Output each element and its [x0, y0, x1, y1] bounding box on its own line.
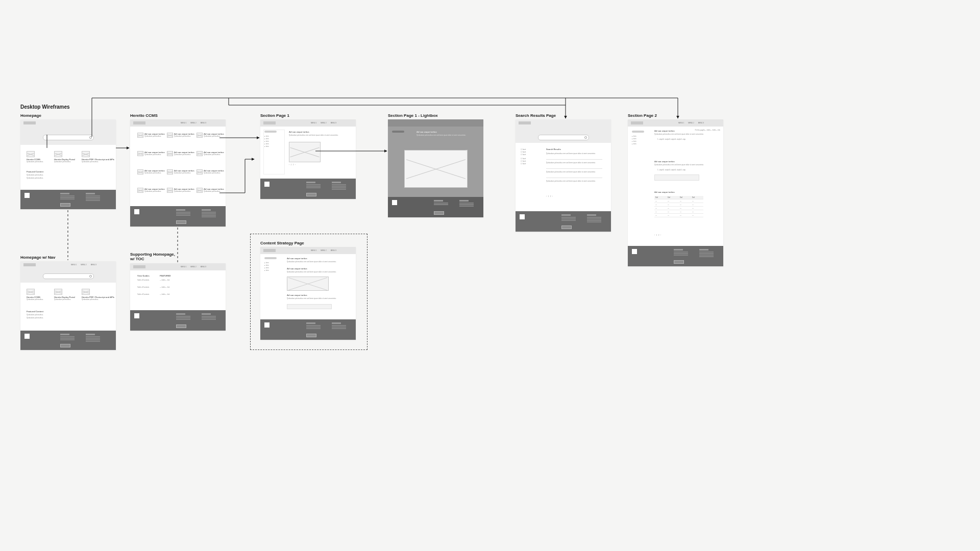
search-input[interactable] — [538, 135, 589, 140]
card-desc: Quibusdam pulvinaribus. — [27, 161, 43, 163]
close-icon[interactable]: ✕ — [465, 149, 468, 152]
card-icon — [27, 151, 35, 157]
search-input[interactable] — [43, 135, 94, 140]
featured-heading: Featured Content — [27, 170, 43, 173]
frame-content-strategy[interactable]: MENU 1MENU 2MENU 3 ▸ item▸ item▸ item▸ i… — [260, 247, 356, 340]
right-toc[interactable]: On this page\n— link\n— link\n— link — [695, 130, 720, 132]
card-desc: Quibusdam pulvinaribus. — [54, 161, 71, 163]
frame-homepage-nav[interactable]: MENU 1MENU 2MENU 3 Heretto CCMSQuibusdam… — [20, 261, 116, 350]
card-icon — [82, 151, 90, 157]
frame-support-toc[interactable]: MENU 1MENU 2MENU 3 View Guides FEATURED … — [130, 263, 226, 331]
data-table: ColColColCol ———— ———— ———— ———— ———— — [654, 196, 703, 217]
frame-homepage[interactable]: Heretto CCMS Quibusdam pulvinaribus. Her… — [20, 119, 116, 209]
wireframe-flow-canvas[interactable]: Desktop Wireframes Homepage Heretto CCMS… — [0, 0, 980, 551]
frame-search[interactable]: ☐ facet☐ facet☐ facet☐ facet☐ facet☐ fac… — [516, 119, 611, 232]
footer-cta-button[interactable] — [60, 203, 70, 207]
frame-label-homepage-nav: Homepage w/ Nav — [20, 255, 55, 260]
frame-label-content-strat: Content Strategy Page — [260, 241, 304, 245]
frame-section2[interactable]: MENU 1MENU 2MENU 3 ▸ item▸ item▸ item▸ i… — [628, 119, 723, 266]
frame-section1[interactable]: MENU 1MENU 2MENU 3 ▸ item▸ item▸ item▸ i… — [260, 119, 356, 199]
content-image[interactable] — [289, 142, 321, 162]
frame-label-heretto: Heretto CCMS — [130, 113, 158, 118]
frame-lightbox[interactable]: Ad sua usque tortius Quibusdam pulvinari… — [388, 119, 483, 217]
card-desc: Quibusdam pulvinaribus. — [82, 161, 99, 163]
lightbox-image[interactable] — [404, 150, 468, 188]
card-icon — [54, 151, 62, 157]
footer — [20, 190, 116, 209]
toc-heading: View Guides — [137, 274, 150, 277]
featured-row: Quibusdam pulvinaribus. — [27, 178, 43, 180]
frame-label-section1: Section Page 1 — [260, 113, 289, 118]
search-icon — [89, 136, 92, 139]
nav-links[interactable]: MENU 1MENU 2MENU 3 — [181, 122, 210, 124]
frame-label-section2: Section Page 2 — [628, 113, 657, 118]
frame-label-homepage: Homepage — [20, 113, 41, 118]
frame-label-search: Search Results Page — [516, 113, 556, 118]
facet-list[interactable]: ☐ facet☐ facet☐ facet☐ facet☐ facet☐ fac… — [521, 148, 526, 165]
frame-label-support-toc: Supporting Homepage, w/ TOC — [130, 252, 175, 261]
footer — [130, 206, 226, 227]
frame-label-lightbox: Section Page 1 - Lightbox — [388, 113, 438, 118]
featured-row: Quibusdam pulvinaribus. — [27, 174, 43, 177]
group-title: Desktop Wireframes — [20, 104, 70, 110]
logo-placeholder — [23, 121, 36, 124]
frame-heretto[interactable]: MENU 1MENU 2MENU 3 Ad sua usque tortiusQ… — [130, 119, 226, 227]
logo-placeholder — [133, 121, 145, 124]
footer-logo-icon — [24, 193, 30, 198]
